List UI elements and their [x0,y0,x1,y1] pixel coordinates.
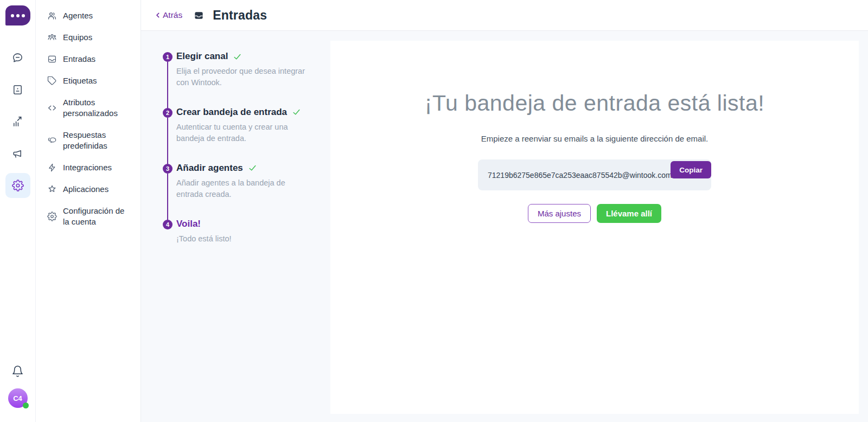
teams-icon [47,33,57,42]
apps-star-icon [47,184,57,194]
sidebar-item-atributos[interactable]: Atributos personalizados [36,92,141,124]
forward-email-address: 71219b6275e865e7ca253eaac875542b@wintook… [488,171,672,180]
inbox-icon [47,54,57,64]
logo-dot [11,14,14,17]
code-icon [47,103,57,113]
settings-sidebar: Agentes Equipos Entradas [36,0,141,422]
gear-icon [47,212,57,221]
step-description: ¡Todo está listo! [176,233,313,245]
success-title: ¡Tu bandeja de entrada está lista! [330,91,859,116]
sidebar-item-configuracion[interactable]: Configuración de la cuenta [36,200,141,233]
check-icon [292,107,301,117]
sidebar-item-label: Configuración de la cuenta [63,206,133,227]
sidebar-item-label: Agentes [63,10,93,21]
step-number-badge: 1 [163,52,173,62]
wizard-step-3: 3 Añadir agentes Añadir agentes a la ban… [163,163,320,219]
inbox-icon [194,10,204,21]
sidebar-item-label: Equipos [63,32,92,43]
app-window: C4 Agentes Equipos [0,0,868,422]
step-number-badge: 2 [163,108,173,118]
step-number-badge: 4 [163,220,173,229]
content-area: 1 Elegir canal Elija el proveedor que de… [141,31,868,422]
users-icon [47,11,57,21]
step-description: Autenticar tu cuenta y crear una bandeja… [176,122,313,145]
rail-nav [5,50,30,193]
app-logo[interactable] [5,5,30,25]
check-icon [248,163,257,172]
copy-button[interactable]: Copiar [671,161,711,178]
campaigns-icon[interactable] [11,146,25,161]
back-link[interactable]: Atrás [154,10,182,20]
take-me-there-button[interactable]: Llévame allí [597,204,661,223]
back-label: Atrás [163,10,182,20]
sidebar-item-label: Atributos personalizados [63,97,133,119]
notifications-bell-icon[interactable] [11,364,25,378]
sidebar-item-equipos[interactable]: Equipos [36,27,141,48]
zap-icon [47,163,57,172]
user-avatar[interactable]: C4 [8,388,28,408]
step-number-badge: 3 [163,164,173,174]
wizard-steps: 1 Elegir canal Elija el proveedor que de… [141,31,330,422]
sidebar-item-label: Etiquetas [63,75,97,86]
logo-dot [22,14,25,17]
sidebar-item-etiquetas[interactable]: Etiquetas [36,70,141,92]
wizard-step-1: 1 Elegir canal Elija el proveedor que de… [163,51,320,107]
main-area: Atrás Entradas 1 Elegir canal E [141,0,868,422]
sidebar-item-aplicaciones[interactable]: Aplicaciones [36,178,141,200]
sidebar-item-agentes[interactable]: Agentes [36,5,141,27]
wizard-step-2: 2 Crear bandeja de entrada Autenticar tu… [163,107,320,163]
logo-dot [16,14,20,17]
cta-row: Más ajustes Llévame allí [330,204,859,223]
sidebar-item-label: Integraciones [63,162,112,173]
step-title: Elegir canal [176,51,228,62]
more-settings-button[interactable]: Más ajustes [528,204,591,223]
online-status-dot [23,402,29,408]
step-title: Crear bandeja de entrada [176,107,287,118]
sidebar-item-label: Respuestas predefinidas [63,130,133,151]
avatar-initials: C4 [13,394,22,402]
step-title: Voila! [176,219,201,229]
sidebar-item-entradas[interactable]: Entradas [36,48,141,70]
page-title: Entradas [213,8,267,23]
tag-icon [47,76,57,86]
sidebar-item-label: Entradas [63,54,95,65]
contacts-icon[interactable] [11,82,25,97]
conversations-icon[interactable] [11,50,25,65]
sidebar-item-integraciones[interactable]: Integraciones [36,157,141,178]
sidebar-item-label: Aplicaciones [63,184,108,195]
chevron-left-icon [154,11,162,20]
step-description: Elija el proveedor que desea integrar co… [176,66,313,89]
wizard-step-4: 4 Voila! ¡Todo está listo! [163,219,320,263]
reports-icon[interactable] [11,114,25,129]
check-icon [233,52,242,61]
rail-bottom: C4 [8,364,28,408]
sidebar-item-respuestas[interactable]: Respuestas predefinidas [36,124,141,157]
forward-email-box: 71219b6275e865e7ca253eaac875542b@wintook… [478,159,711,190]
settings-icon[interactable] [5,173,30,198]
primary-sidebar: C4 [0,0,36,422]
step-description: Añadir agentes a la bandeja de entrada c… [176,177,313,201]
canned-responses-icon [47,136,57,145]
step-title: Añadir agentes [176,163,243,174]
success-subtitle: Empieze a reenviar su emails a la siguie… [330,134,859,143]
page-header: Atrás Entradas [141,0,868,31]
inbox-ready-panel: ¡Tu bandeja de entrada está lista! Empie… [330,41,859,414]
